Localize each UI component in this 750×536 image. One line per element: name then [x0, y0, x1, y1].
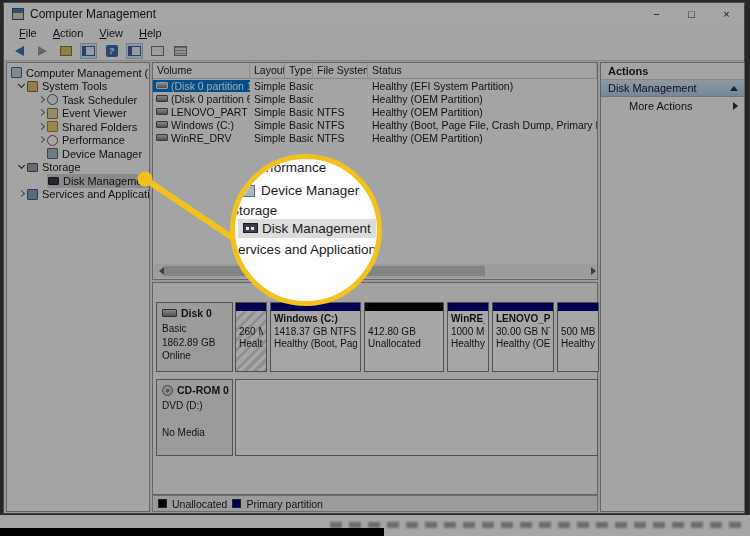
- volume-icon: [156, 134, 168, 141]
- cd-rom-icon: [162, 385, 173, 396]
- window-title: Computer Management: [30, 7, 156, 21]
- actions-panel: Actions Disk Management More Actions: [600, 62, 745, 512]
- primary-partition-bar: [493, 303, 553, 311]
- blurred-caption: [330, 522, 745, 528]
- volume-icon: [156, 121, 168, 128]
- magnifier-callout: Performance Device Manager Storage Disk …: [230, 154, 382, 306]
- column-header-type[interactable]: Type: [285, 63, 313, 78]
- primary-partition-swatch: [232, 499, 241, 508]
- tree-item-task-scheduler[interactable]: Task Scheduler: [7, 93, 149, 107]
- column-header-volume[interactable]: Volume: [153, 63, 250, 78]
- screenshot-root: Computer Management − □ × File Action Vi…: [0, 0, 750, 536]
- storage-icon: [27, 163, 38, 172]
- properties-icon[interactable]: [172, 43, 189, 59]
- app-icon: [12, 8, 24, 20]
- chevron-down-icon[interactable]: [17, 162, 27, 172]
- tree-item-computer-management[interactable]: Computer Management (Local): [7, 66, 149, 80]
- page-dark-band: [0, 528, 384, 536]
- horizontal-scrollbar[interactable]: [154, 264, 596, 278]
- unallocated-swatch: [158, 499, 167, 508]
- primary-partition-bar: [558, 303, 598, 311]
- actions-header: Actions: [601, 63, 744, 80]
- cdrom-media-area[interactable]: [235, 379, 598, 456]
- legend: Unallocated Primary partition: [152, 495, 598, 512]
- menu-view[interactable]: View: [91, 27, 131, 39]
- console-tree-panel: Computer Management (Local) System Tools…: [6, 62, 150, 512]
- tree-item-storage[interactable]: Storage: [7, 161, 149, 175]
- export-list-icon[interactable]: [57, 43, 74, 59]
- maximize-button[interactable]: □: [674, 3, 709, 25]
- partition-winre[interactable]: WinRE_DRV 1000 MB Healthy: [447, 302, 489, 372]
- partition-efi[interactable]: 260 MB Healthy: [235, 302, 267, 372]
- chevron-right-icon[interactable]: [37, 108, 47, 118]
- column-header-status[interactable]: Status: [368, 63, 597, 78]
- close-button[interactable]: ×: [709, 3, 744, 25]
- disk0-partitions: 260 MB Healthy Windows (C:) 1418.37 GB N…: [235, 302, 599, 372]
- chevron-right-icon[interactable]: [37, 135, 47, 145]
- disk-icon: [162, 309, 177, 317]
- menu-action[interactable]: Action: [45, 27, 92, 39]
- partition-lenovo[interactable]: LENOVO_PART 30.00 GB NTFS Healthy (OEM: [492, 302, 554, 372]
- table-row[interactable]: (Disk 0 partition 1) Simple Basic Health…: [153, 79, 597, 92]
- partition-500mb[interactable]: 500 MB Healthy: [557, 302, 599, 372]
- actions-group-disk-management[interactable]: Disk Management: [601, 80, 744, 97]
- primary-partition-bar: [448, 303, 488, 311]
- minimize-button[interactable]: −: [639, 3, 674, 25]
- menu-help[interactable]: Help: [131, 27, 170, 39]
- system-tools-icon: [27, 81, 38, 92]
- device-manager-icon: [243, 185, 255, 197]
- chevron-right-icon[interactable]: [37, 95, 47, 105]
- submenu-arrow-icon: [733, 102, 738, 110]
- tree-item-system-tools[interactable]: System Tools: [7, 80, 149, 94]
- disk-management-icon: [243, 223, 258, 233]
- disk0-info-box[interactable]: Disk 0 Basic 1862.89 GB Online: [156, 302, 233, 372]
- table-row[interactable]: Windows (C:) Simple Basic NTFS Healthy (…: [153, 118, 597, 131]
- device-manager-icon: [47, 148, 58, 159]
- shared-folders-icon: [47, 121, 58, 132]
- volume-list-header: Volume Layout Type File System Status: [153, 63, 597, 79]
- chevron-down-icon[interactable]: [17, 81, 27, 91]
- menu-file[interactable]: File: [11, 27, 45, 39]
- title-bar: Computer Management − □ ×: [4, 3, 744, 25]
- scroll-right-icon[interactable]: [581, 264, 596, 278]
- tree-item-disk-management[interactable]: Disk Management: [7, 174, 149, 188]
- disk-graphics-pane: Disk 0 Basic 1862.89 GB Online 260 MB He…: [152, 282, 598, 495]
- unallocated-bar: [365, 303, 443, 311]
- chevron-right-icon[interactable]: [17, 189, 27, 199]
- tree-item-event-viewer[interactable]: Event Viewer: [7, 107, 149, 121]
- computer-icon: [11, 67, 22, 78]
- back-arrow-icon[interactable]: [11, 43, 28, 59]
- toolbar: ?: [4, 41, 744, 61]
- partition-windows-c[interactable]: Windows (C:) 1418.37 GB NTFS Healthy (Bo…: [270, 302, 361, 372]
- help-icon[interactable]: ?: [103, 43, 120, 59]
- forward-arrow-icon[interactable]: [34, 43, 51, 59]
- chevron-right-icon[interactable]: [37, 122, 47, 132]
- table-row[interactable]: (Disk 0 partition 6) Simple Basic Health…: [153, 92, 597, 105]
- volume-icon: [156, 95, 168, 102]
- task-scheduler-icon: [47, 94, 58, 105]
- services-icon: [27, 189, 38, 200]
- table-row[interactable]: LENOVO_PART Simple Basic NTFS Healthy (O…: [153, 105, 597, 118]
- volume-icon: [156, 108, 168, 115]
- cdrom-info-box[interactable]: CD-ROM 0 DVD (D:) No Media: [156, 379, 233, 456]
- column-header-file-system[interactable]: File System: [313, 63, 368, 78]
- tree-item-services-and-applications[interactable]: Services and Applications: [7, 188, 149, 202]
- volume-icon: [156, 82, 168, 89]
- table-row[interactable]: WinRE_DRV Simple Basic NTFS Healthy (OEM…: [153, 131, 597, 144]
- event-viewer-icon: [47, 108, 58, 119]
- tree-item-device-manager[interactable]: Device Manager: [7, 147, 149, 161]
- column-header-layout[interactable]: Layout: [250, 63, 285, 78]
- more-actions-item[interactable]: More Actions: [601, 97, 744, 114]
- show-console-tree-icon[interactable]: [80, 43, 97, 59]
- disk-management-icon: [48, 177, 59, 185]
- partition-unallocated[interactable]: 412.80 GB Unallocated: [364, 302, 444, 372]
- performance-icon: [47, 135, 58, 146]
- primary-partition-bar: [236, 303, 266, 311]
- tree-item-performance[interactable]: Performance: [7, 134, 149, 148]
- tree-item-shared-folders[interactable]: Shared Folders: [7, 120, 149, 134]
- console-window-icon[interactable]: [126, 43, 143, 59]
- popup-window-icon[interactable]: [149, 43, 166, 59]
- menu-bar: File Action View Help: [4, 25, 744, 41]
- collapse-icon[interactable]: [730, 86, 738, 91]
